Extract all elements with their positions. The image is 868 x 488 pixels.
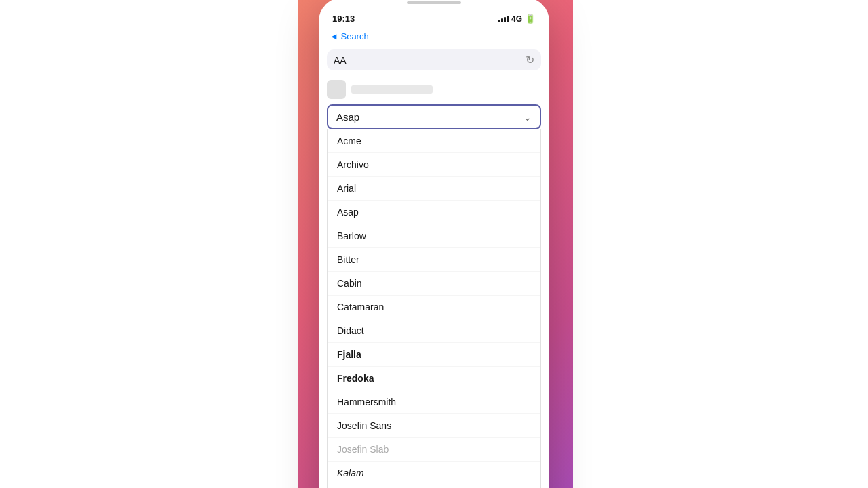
app-row [319, 76, 549, 104]
phone-status-bar: 19:13 4G 🔋 [319, 7, 549, 28]
search-bar[interactable]: AA ↻ [327, 49, 541, 70]
page-background: Font control Further stylize your badges… [0, 0, 868, 488]
phone-pill [407, 1, 461, 4]
font-item-fredoka[interactable]: Fredoka [328, 367, 540, 390]
status-icons: 4G 🔋 [498, 14, 536, 24]
left-white-panel [0, 0, 298, 488]
font-item-josefin-slab[interactable]: Josefin Slab [328, 438, 540, 462]
center-content: Font control Further stylize your badges… [297, 0, 572, 488]
font-dropdown-list: Acme Archivo Arial Asap Barlow Bitter Ca… [327, 129, 541, 488]
app-name [351, 85, 433, 94]
back-label: ◄ Search [330, 31, 369, 41]
search-bar-area: AA ↻ [319, 45, 549, 76]
signal-bar-4 [507, 16, 509, 22]
font-item-kalam[interactable]: Kalam [328, 462, 540, 485]
signal-bar-3 [504, 17, 506, 22]
font-dropdown-selected[interactable]: Asap ⌄ [327, 104, 541, 129]
selected-font-label: Asap [336, 111, 359, 123]
font-item-barlow[interactable]: Barlow [328, 224, 540, 248]
font-item-josefin-sans[interactable]: Josefin Sans [328, 414, 540, 438]
font-item-asap[interactable]: Asap [328, 201, 540, 224]
font-item-bitter[interactable]: Bitter [328, 248, 540, 272]
network-label: 4G [511, 14, 522, 24]
font-item-arial[interactable]: Arial [328, 177, 540, 201]
signal-icon [498, 15, 509, 22]
right-white-panel [573, 0, 868, 488]
font-item-acme[interactable]: Acme [328, 129, 540, 153]
search-aa-label: AA [334, 55, 347, 66]
back-button[interactable]: ◄ Search [330, 31, 538, 41]
battery-icon: 🔋 [525, 14, 536, 24]
signal-bar-1 [498, 20, 500, 22]
font-item-hammersmith[interactable]: Hammersmith [328, 390, 540, 414]
app-icon [327, 80, 346, 99]
phone-mockup: 19:13 4G 🔋 ◄ Sear [319, 0, 549, 488]
font-item-cabin[interactable]: Cabin [328, 272, 540, 296]
font-item-catamaran[interactable]: Catamaran [328, 296, 540, 319]
font-item-didact[interactable]: Didact [328, 319, 540, 343]
signal-bar-2 [501, 18, 503, 22]
chevron-down-icon: ⌄ [524, 112, 532, 123]
status-bar-content: 19:13 4G 🔋 [332, 14, 536, 24]
font-dropdown-container: Asap ⌄ Acme Archivo Arial Asap Barlow Bi… [327, 104, 541, 488]
phone-nav-row: ◄ Search [319, 28, 549, 45]
font-item-lato[interactable]: Lato [328, 485, 540, 488]
font-item-fjalla[interactable]: Fjalla [328, 343, 540, 367]
phone-time: 19:13 [332, 14, 355, 24]
font-item-archivo[interactable]: Archivo [328, 153, 540, 177]
refresh-icon[interactable]: ↻ [526, 54, 534, 66]
